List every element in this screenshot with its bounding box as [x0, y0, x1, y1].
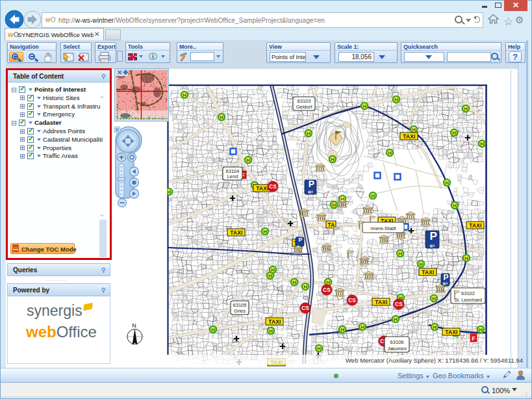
svg-text:63106: 63106 [390, 339, 404, 345]
svg-text:H: H [303, 284, 307, 290]
svg-text:H: H [388, 150, 392, 156]
svg-text:H: H [271, 267, 275, 273]
svg-text:TAXI: TAXI [422, 269, 434, 276]
svg-text:H: H [453, 203, 457, 209]
svg-text:H: H [371, 193, 375, 199]
svg-text:P: P [443, 273, 448, 282]
svg-text:Gries: Gries [234, 308, 246, 314]
svg-text:CS: CS [323, 287, 331, 293]
svg-text:H: H [246, 157, 250, 163]
svg-text:H: H [480, 141, 484, 147]
svg-text:Lend: Lend [227, 174, 238, 179]
svg-text:TAXI: TAXI [445, 329, 457, 335]
svg-text:TAXI: TAXI [268, 318, 281, 325]
svg-text:63103: 63103 [298, 98, 311, 104]
svg-text:H: H [269, 328, 273, 334]
svg-text:H: H [317, 346, 321, 352]
svg-text:H: H [167, 189, 171, 195]
svg-text:H: H [220, 114, 223, 120]
svg-text:CS: CS [395, 302, 403, 307]
svg-text:F: F [472, 335, 475, 342]
svg-text:H: H [268, 273, 272, 279]
svg-text:H: H [263, 229, 267, 235]
svg-text:63102: 63102 [461, 290, 475, 296]
svg-text:H: H [432, 296, 436, 302]
svg-text:▩A: ▩A [442, 281, 448, 285]
svg-text:H: H [412, 127, 416, 133]
svg-text:TAXI: TAXI [469, 222, 481, 229]
svg-text:▩A: ▩A [308, 190, 314, 194]
svg-text:St. Leonhard: St. Leonhard [454, 297, 482, 303]
svg-text:H: H [332, 202, 336, 208]
svg-text:Jakomini: Jakomini [387, 346, 407, 352]
svg-text:CS: CS [301, 305, 309, 311]
svg-text:H: H [464, 255, 468, 261]
svg-text:TAXI: TAXI [256, 185, 268, 192]
svg-text:nnere-Stadt: nnere-Stadt [370, 225, 396, 231]
svg-text:Web Mercator (Auxiliary Sphere: Web Mercator (Auxiliary Sphere) X: 17184… [346, 357, 524, 364]
svg-text:TAXI: TAXI [403, 133, 415, 140]
svg-text:CS: CS [269, 184, 277, 190]
svg-text:TAXI: TAXI [375, 299, 387, 305]
svg-text:P: P [430, 230, 437, 242]
svg-text:H: H [394, 97, 398, 103]
svg-text:H: H [292, 279, 296, 285]
svg-text:H: H [464, 106, 468, 112]
svg-text:H: H [445, 180, 449, 186]
svg-text:H: H [307, 131, 310, 136]
svg-text:H: H [211, 327, 215, 333]
svg-text:H: H [340, 327, 344, 333]
svg-text:P: P [298, 237, 302, 243]
svg-text:N: N [132, 322, 136, 329]
svg-text:H: H [362, 103, 366, 109]
svg-text:H: H [479, 327, 483, 333]
svg-text:Geidorf: Geidorf [296, 104, 313, 110]
svg-text:H: H [331, 157, 335, 162]
svg-text:▩A: ▩A [429, 244, 435, 248]
svg-text:H: H [433, 324, 437, 330]
svg-text:H: H [419, 261, 423, 267]
svg-text:H: H [361, 324, 364, 330]
svg-text:TAXI: TAXI [230, 229, 242, 236]
svg-text:H: H [183, 92, 186, 98]
svg-text:63105: 63105 [233, 302, 247, 308]
svg-text:CS: CS [348, 298, 356, 303]
svg-text:H: H [394, 316, 398, 322]
svg-text:P: P [309, 179, 314, 189]
svg-text:H: H [398, 251, 402, 257]
svg-text:H: H [452, 130, 456, 136]
